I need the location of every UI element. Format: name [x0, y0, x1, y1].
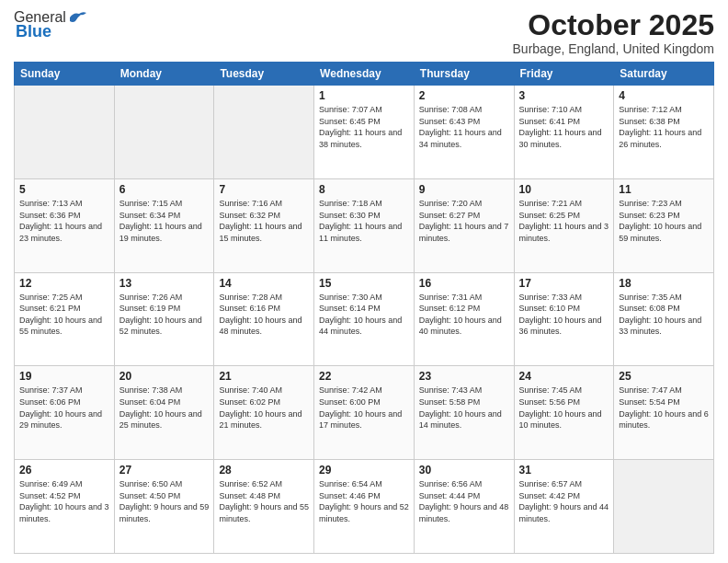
calendar-cell: 25 Sunrise: 7:47 AM Sunset: 5:54 PM Dayl…: [614, 366, 714, 460]
calendar-header-friday: Friday: [514, 63, 614, 86]
day-number: 25: [619, 370, 709, 383]
day-info: Sunrise: 7:30 AM Sunset: 6:14 PM Dayligh…: [319, 293, 402, 337]
calendar-cell: 21 Sunrise: 7:40 AM Sunset: 6:02 PM Dayl…: [214, 366, 314, 460]
day-number: 12: [19, 277, 109, 290]
day-info: Sunrise: 7:12 AM Sunset: 6:38 PM Dayligh…: [619, 105, 701, 149]
calendar-week-2: 12 Sunrise: 7:25 AM Sunset: 6:21 PM Dayl…: [15, 272, 714, 366]
day-number: 13: [119, 277, 210, 290]
day-info: Sunrise: 7:43 AM Sunset: 5:58 PM Dayligh…: [419, 385, 502, 430]
calendar-week-0: 1 Sunrise: 7:07 AM Sunset: 6:45 PM Dayli…: [15, 86, 714, 179]
calendar-cell: 8 Sunrise: 7:18 AM Sunset: 6:30 PM Dayli…: [314, 178, 415, 272]
calendar-cell: 12 Sunrise: 7:25 AM Sunset: 6:21 PM Dayl…: [15, 272, 115, 366]
day-info: Sunrise: 7:26 AM Sunset: 6:19 PM Dayligh…: [119, 293, 202, 337]
day-info: Sunrise: 7:08 AM Sunset: 6:43 PM Dayligh…: [419, 105, 502, 149]
calendar-cell: 31 Sunrise: 6:57 AM Sunset: 4:42 PM Dayl…: [514, 460, 614, 554]
calendar-cell: 1 Sunrise: 7:07 AM Sunset: 6:45 PM Dayli…: [314, 86, 415, 179]
day-number: 14: [219, 277, 309, 290]
calendar-cell: 22 Sunrise: 7:42 AM Sunset: 6:00 PM Dayl…: [314, 366, 415, 460]
calendar-cell: 10 Sunrise: 7:21 AM Sunset: 6:25 PM Dayl…: [514, 178, 614, 272]
calendar-cell: 14 Sunrise: 7:28 AM Sunset: 6:16 PM Dayl…: [214, 272, 314, 366]
calendar-header-row: SundayMondayTuesdayWednesdayThursdayFrid…: [15, 63, 714, 86]
calendar-cell: 30 Sunrise: 6:56 AM Sunset: 4:44 PM Dayl…: [414, 460, 514, 554]
day-number: 31: [519, 464, 609, 477]
day-info: Sunrise: 7:23 AM Sunset: 6:23 PM Dayligh…: [619, 199, 701, 243]
calendar-cell: 26 Sunrise: 6:49 AM Sunset: 4:52 PM Dayl…: [15, 460, 115, 554]
day-info: Sunrise: 6:56 AM Sunset: 4:44 PM Dayligh…: [419, 479, 509, 523]
day-number: 22: [319, 370, 409, 383]
day-info: Sunrise: 7:21 AM Sunset: 6:25 PM Dayligh…: [519, 199, 609, 243]
calendar-cell: 23 Sunrise: 7:43 AM Sunset: 5:58 PM Dayl…: [414, 366, 514, 460]
day-number: 24: [519, 370, 609, 383]
calendar-cell: 3 Sunrise: 7:10 AM Sunset: 6:41 PM Dayli…: [514, 86, 614, 179]
day-number: 17: [519, 277, 609, 290]
day-info: Sunrise: 7:35 AM Sunset: 6:08 PM Dayligh…: [619, 293, 701, 337]
day-number: 10: [519, 183, 609, 196]
day-number: 18: [619, 277, 709, 290]
day-info: Sunrise: 7:31 AM Sunset: 6:12 PM Dayligh…: [419, 293, 502, 337]
calendar-cell: 11 Sunrise: 7:23 AM Sunset: 6:23 PM Dayl…: [614, 178, 714, 272]
day-info: Sunrise: 7:37 AM Sunset: 6:06 PM Dayligh…: [19, 385, 102, 430]
day-info: Sunrise: 7:40 AM Sunset: 6:02 PM Dayligh…: [219, 385, 301, 430]
day-info: Sunrise: 7:38 AM Sunset: 6:04 PM Dayligh…: [119, 385, 202, 430]
day-info: Sunrise: 7:16 AM Sunset: 6:32 PM Dayligh…: [219, 199, 301, 243]
calendar-header-saturday: Saturday: [614, 63, 714, 86]
day-number: 4: [619, 89, 709, 102]
calendar-cell: 2 Sunrise: 7:08 AM Sunset: 6:43 PM Dayli…: [414, 86, 514, 179]
calendar-cell: 28 Sunrise: 6:52 AM Sunset: 4:48 PM Dayl…: [214, 460, 314, 554]
calendar-week-1: 5 Sunrise: 7:13 AM Sunset: 6:36 PM Dayli…: [15, 178, 714, 272]
calendar-cell: [15, 86, 115, 179]
logo: General Blue: [14, 9, 86, 41]
calendar-cell: 29 Sunrise: 6:54 AM Sunset: 4:46 PM Dayl…: [314, 460, 415, 554]
day-info: Sunrise: 7:20 AM Sunset: 6:27 PM Dayligh…: [419, 199, 509, 243]
day-number: 30: [419, 464, 509, 477]
day-info: Sunrise: 7:10 AM Sunset: 6:41 PM Dayligh…: [519, 105, 602, 149]
day-number: 27: [119, 464, 210, 477]
logo-blue-text: Blue: [16, 22, 51, 41]
day-number: 3: [519, 89, 609, 102]
calendar-header-monday: Monday: [114, 63, 214, 86]
day-info: Sunrise: 6:57 AM Sunset: 4:42 PM Dayligh…: [519, 479, 609, 523]
day-number: 21: [219, 370, 309, 383]
calendar-cell: 4 Sunrise: 7:12 AM Sunset: 6:38 PM Dayli…: [614, 86, 714, 179]
day-number: 1: [319, 89, 409, 102]
day-info: Sunrise: 6:50 AM Sunset: 4:50 PM Dayligh…: [119, 479, 210, 523]
calendar-cell: 13 Sunrise: 7:26 AM Sunset: 6:19 PM Dayl…: [114, 272, 214, 366]
day-info: Sunrise: 7:15 AM Sunset: 6:34 PM Dayligh…: [119, 199, 202, 243]
day-info: Sunrise: 7:28 AM Sunset: 6:16 PM Dayligh…: [219, 293, 301, 337]
calendar-header-tuesday: Tuesday: [214, 63, 314, 86]
calendar-cell: [614, 460, 714, 554]
day-info: Sunrise: 7:07 AM Sunset: 6:45 PM Dayligh…: [319, 105, 402, 149]
day-number: 26: [19, 464, 109, 477]
day-number: 6: [119, 183, 210, 196]
day-number: 2: [419, 89, 509, 102]
day-number: 19: [19, 370, 109, 383]
day-number: 20: [119, 370, 210, 383]
day-info: Sunrise: 7:13 AM Sunset: 6:36 PM Dayligh…: [19, 199, 102, 243]
location: Burbage, England, United Kingdom: [513, 41, 714, 56]
calendar-table: SundayMondayTuesdayWednesdayThursdayFrid…: [14, 62, 714, 554]
calendar-cell: 6 Sunrise: 7:15 AM Sunset: 6:34 PM Dayli…: [114, 178, 214, 272]
calendar-header-thursday: Thursday: [414, 63, 514, 86]
day-number: 28: [219, 464, 309, 477]
day-number: 11: [619, 183, 709, 196]
calendar-week-4: 26 Sunrise: 6:49 AM Sunset: 4:52 PM Dayl…: [15, 460, 714, 554]
day-number: 7: [219, 183, 309, 196]
day-number: 9: [419, 183, 509, 196]
month-title: October 2025: [513, 9, 714, 41]
day-number: 5: [19, 183, 109, 196]
day-number: 23: [419, 370, 509, 383]
calendar-cell: 19 Sunrise: 7:37 AM Sunset: 6:06 PM Dayl…: [15, 366, 115, 460]
calendar-cell: 24 Sunrise: 7:45 AM Sunset: 5:56 PM Dayl…: [514, 366, 614, 460]
day-info: Sunrise: 7:18 AM Sunset: 6:30 PM Dayligh…: [319, 199, 402, 243]
calendar-header-sunday: Sunday: [15, 63, 115, 86]
day-number: 15: [319, 277, 409, 290]
logo-bird-icon: [68, 10, 86, 25]
calendar-cell: [114, 86, 214, 179]
calendar-week-3: 19 Sunrise: 7:37 AM Sunset: 6:06 PM Dayl…: [15, 366, 714, 460]
day-number: 8: [319, 183, 409, 196]
calendar-cell: 20 Sunrise: 7:38 AM Sunset: 6:04 PM Dayl…: [114, 366, 214, 460]
day-number: 29: [319, 464, 409, 477]
day-info: Sunrise: 7:45 AM Sunset: 5:56 PM Dayligh…: [519, 385, 602, 430]
calendar-cell: 5 Sunrise: 7:13 AM Sunset: 6:36 PM Dayli…: [15, 178, 115, 272]
calendar-cell: 9 Sunrise: 7:20 AM Sunset: 6:27 PM Dayli…: [414, 178, 514, 272]
